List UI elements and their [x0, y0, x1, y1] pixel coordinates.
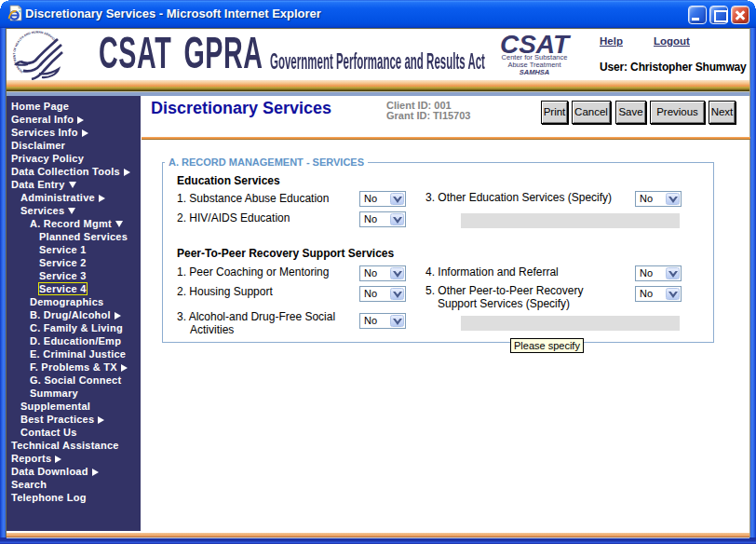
svg-text:DEPARTMENT OF HEALTH AND HUMAN: DEPARTMENT OF HEALTH AND HUMAN SERVICES …	[11, 31, 58, 74]
